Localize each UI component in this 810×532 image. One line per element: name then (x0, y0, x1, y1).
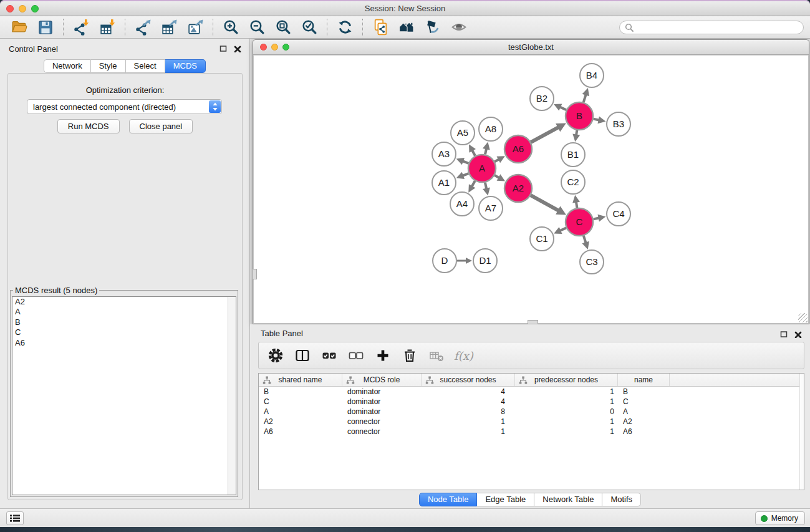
graph-edge-A-A2[interactable] (494, 174, 505, 181)
search-input[interactable] (637, 22, 798, 32)
graph-edge-A-A4[interactable] (468, 181, 475, 193)
deselect-all-button[interactable] (347, 346, 365, 365)
table-cell[interactable]: A6 (618, 427, 670, 437)
mcds-result-item[interactable]: A6 (12, 338, 236, 348)
table-cell[interactable]: 1 (422, 427, 515, 437)
table-cell[interactable]: dominator (342, 407, 422, 417)
export-table-button[interactable] (156, 17, 182, 37)
graph-edge-A-A5[interactable] (469, 144, 476, 155)
table-cell[interactable]: dominator (342, 397, 422, 407)
zoom-in-button[interactable] (218, 17, 244, 37)
add-row-button[interactable] (374, 346, 392, 365)
open-home-button[interactable] (393, 17, 420, 37)
graph-node-B[interactable]: B (566, 102, 593, 130)
graph-edge-B-B2[interactable] (554, 104, 566, 111)
graph-node-D[interactable]: D (433, 249, 456, 273)
close-panel-button[interactable] (233, 44, 242, 53)
graph-edge-A-A6[interactable] (494, 156, 505, 163)
column-header-shared-name[interactable]: shared name (259, 374, 342, 386)
graph-node-C[interactable]: C (566, 208, 593, 236)
mcds-result-item[interactable]: C (12, 327, 236, 337)
tab-select[interactable]: Select (126, 59, 165, 73)
graph-node-A4[interactable]: A4 (450, 192, 474, 216)
show-columns-button[interactable] (293, 346, 312, 365)
table-cell[interactable]: 0 (515, 407, 618, 417)
table-cell[interactable]: C (618, 397, 670, 407)
graph-node-A6[interactable]: A6 (504, 135, 532, 163)
duplicate-network-button[interactable] (367, 17, 393, 37)
table-cell[interactable]: 1 (515, 397, 618, 407)
graph-edge-D-D1[interactable] (457, 258, 472, 264)
table-cell[interactable]: dominator (342, 387, 422, 397)
table-cell[interactable]: 1 (515, 427, 618, 437)
graph-node-A8[interactable]: A8 (479, 117, 503, 141)
tab-motifs[interactable]: Motifs (602, 493, 641, 506)
graph-node-A[interactable]: A (468, 155, 496, 182)
zoom-fit-button[interactable] (270, 17, 296, 37)
graph-node-B4[interactable]: B4 (580, 64, 604, 87)
left-splitter-grip[interactable] (253, 269, 257, 279)
graph-edge-A6-B[interactable] (531, 123, 566, 142)
tab-mcds[interactable]: MCDS (165, 59, 206, 73)
table-cell[interactable]: B (259, 387, 342, 397)
window-resize-grip[interactable] (798, 313, 808, 322)
settings-button[interactable] (266, 346, 285, 365)
zoom-out-button[interactable] (244, 17, 270, 37)
table-cell[interactable]: 4 (422, 387, 515, 397)
graph-edge-A-A3[interactable] (456, 158, 469, 165)
table-cell[interactable]: A2 (618, 417, 670, 427)
run-mcds-button[interactable]: Run MCDS (57, 119, 120, 133)
table-cell[interactable]: A (618, 407, 670, 417)
table-scrollbar[interactable] (799, 374, 804, 490)
mcds-result-item[interactable]: A (12, 307, 236, 317)
graph-node-B1[interactable]: B1 (561, 143, 585, 167)
table-cell[interactable]: A (259, 407, 342, 417)
open-session-button[interactable] (6, 17, 32, 37)
table-cell[interactable]: 4 (422, 397, 515, 407)
table-cell[interactable]: A6 (259, 427, 342, 437)
graph-edge-A-A8[interactable] (483, 142, 490, 154)
mcds-result-scrollbar[interactable] (228, 297, 236, 495)
graph-node-A3[interactable]: A3 (432, 142, 456, 166)
close-panel-action-button[interactable]: Close panel (129, 119, 193, 133)
tab-edge-table[interactable]: Edge Table (477, 493, 534, 506)
column-header-predecessor-nodes[interactable]: predecessor nodes (515, 374, 618, 386)
mcds-result-item[interactable]: A2 (12, 297, 236, 307)
memory-button[interactable]: Memory (755, 511, 805, 525)
refresh-network-button[interactable] (332, 17, 358, 37)
graph-edge-B-B4[interactable] (582, 88, 589, 102)
export-image-button[interactable] (182, 17, 208, 37)
float-panel-button[interactable] (219, 44, 228, 53)
table-row[interactable]: Adominator80A (259, 407, 804, 417)
tab-network[interactable]: Network (44, 59, 91, 73)
table-cell[interactable]: C (259, 397, 342, 407)
graph-edge-C-C1[interactable] (554, 227, 566, 234)
bottom-splitter-grip[interactable] (528, 320, 538, 324)
graph-edge-A-A7[interactable] (483, 182, 490, 195)
table-row[interactable]: Cdominator41C (259, 397, 804, 407)
network-canvas[interactable]: B4B2BB3A8A5A6A3B1AA1C2A2A4A7C4CC1C3DD1 (253, 55, 809, 324)
table-cell[interactable]: 1 (515, 387, 618, 397)
graph-node-B3[interactable]: B3 (607, 112, 630, 136)
graph-edge-C-C4[interactable] (594, 215, 606, 222)
graph-node-C3[interactable]: C3 (580, 250, 604, 274)
table-cell[interactable]: B (618, 387, 670, 397)
tab-network-table[interactable]: Network Table (534, 493, 602, 506)
column-header-successor-nodes[interactable]: successor nodes (422, 374, 515, 386)
task-history-button[interactable] (6, 511, 24, 525)
tab-style[interactable]: Style (91, 59, 126, 73)
import-table-button[interactable] (94, 17, 120, 37)
graph-node-D1[interactable]: D1 (473, 249, 497, 273)
float-table-panel-button[interactable] (779, 330, 788, 339)
table-row[interactable]: Bdominator41B (259, 387, 804, 397)
tab-node-table[interactable]: Node Table (419, 493, 478, 506)
table-row[interactable]: A2connector11A2 (259, 417, 804, 427)
graph-edge-A2-C[interactable] (531, 195, 566, 215)
search-box[interactable] (619, 21, 804, 34)
table-cell[interactable]: 1 (422, 417, 515, 427)
graph-edge-A-A1[interactable] (456, 172, 469, 179)
export-network-button[interactable] (130, 17, 156, 37)
column-header-MCDS-role[interactable]: MCDS role (342, 374, 422, 386)
table-cell[interactable]: 8 (422, 407, 515, 417)
graph-node-B2[interactable]: B2 (530, 87, 554, 110)
